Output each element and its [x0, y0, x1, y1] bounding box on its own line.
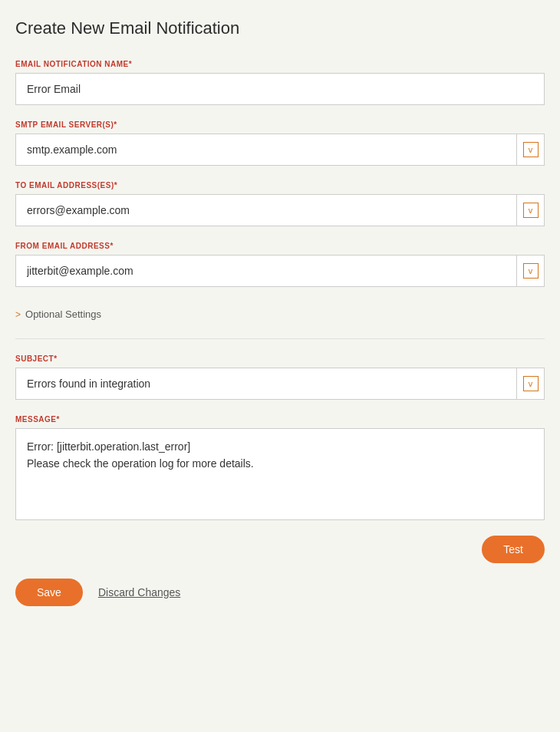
- to-email-addresses-input[interactable]: [16, 195, 544, 226]
- bottom-actions: Save Discard Changes: [15, 579, 545, 606]
- dropdown-icon: v: [523, 263, 539, 279]
- message-textarea-wrapper: Error: [jitterbit.operation.last_error] …: [15, 428, 545, 520]
- discard-changes-button[interactable]: Discard Changes: [98, 586, 180, 598]
- dropdown-icon: v: [523, 142, 539, 157]
- message-textarea[interactable]: Error: [jitterbit.operation.last_error] …: [27, 438, 533, 507]
- message-section: MESSAGE* Error: [jitterbit.operation.las…: [15, 415, 545, 520]
- subject-input-wrapper: v: [15, 368, 545, 400]
- from-email-address-input[interactable]: [16, 256, 544, 286]
- smtp-email-servers-dropdown-button[interactable]: v: [516, 134, 544, 165]
- email-notification-name-section: EMAIL NOTIFICATION NAME*: [15, 60, 545, 105]
- subject-input[interactable]: [16, 368, 544, 399]
- to-email-addresses-input-wrapper: v: [15, 194, 545, 226]
- from-email-address-input-wrapper: v: [15, 255, 545, 287]
- save-button[interactable]: Save: [15, 579, 83, 606]
- email-notification-name-input-wrapper: [15, 73, 545, 105]
- test-button[interactable]: Test: [482, 536, 545, 563]
- smtp-email-servers-label: SMTP EMAIL SERVER(S)*: [15, 120, 545, 129]
- email-notification-name-input[interactable]: [16, 74, 544, 104]
- subject-section: SUBJECT* v: [15, 354, 545, 400]
- to-email-addresses-section: TO EMAIL ADDRESS(ES)* v: [15, 181, 545, 226]
- optional-settings-toggle[interactable]: > Optional Settings: [15, 302, 545, 326]
- from-email-address-label: FROM EMAIL ADDRESS*: [15, 242, 545, 250]
- email-notification-name-label: EMAIL NOTIFICATION NAME*: [15, 60, 545, 68]
- test-button-row: Test: [15, 536, 545, 563]
- subject-dropdown-button[interactable]: v: [516, 368, 544, 399]
- to-email-addresses-dropdown-button[interactable]: v: [516, 195, 544, 226]
- from-email-address-dropdown-button[interactable]: v: [516, 256, 544, 286]
- subject-label: SUBJECT*: [15, 354, 545, 363]
- smtp-email-servers-input-wrapper: v: [15, 134, 545, 166]
- section-divider: [15, 338, 545, 339]
- chevron-right-icon: >: [15, 309, 21, 320]
- from-email-address-section: FROM EMAIL ADDRESS* v: [15, 242, 545, 287]
- dropdown-icon: v: [523, 203, 539, 218]
- message-label: MESSAGE*: [15, 415, 545, 424]
- dropdown-icon: v: [523, 376, 539, 391]
- page-title: Create New Email Notification: [15, 18, 545, 38]
- optional-settings-label: Optional Settings: [25, 308, 101, 320]
- smtp-email-servers-input[interactable]: [16, 134, 544, 165]
- smtp-email-servers-section: SMTP EMAIL SERVER(S)* v: [15, 120, 545, 166]
- to-email-addresses-label: TO EMAIL ADDRESS(ES)*: [15, 181, 545, 190]
